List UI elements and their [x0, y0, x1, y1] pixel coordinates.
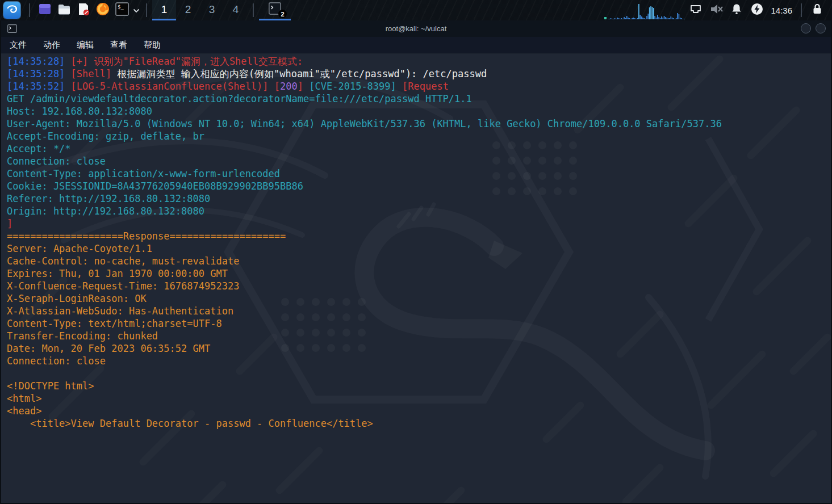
- text-editor-launcher[interactable]: [74, 0, 93, 20]
- windows-icon: [37, 2, 52, 19]
- workspace-3[interactable]: 3: [200, 0, 224, 20]
- menu-item-4[interactable]: 帮助: [144, 40, 161, 51]
- terminal-viewport[interactable]: [14:35:28] [+] 识别为"FileRead"漏洞，进入Shell交互…: [1, 53, 831, 503]
- terminal-line: Cookie: JSESSIONID=8A43776205940EB08B929…: [7, 180, 831, 192]
- terminal-line: [14:35:28] [+] 识别为"FileRead"漏洞，进入Shell交互…: [7, 55, 831, 68]
- power-manager-indicator[interactable]: [747, 0, 767, 20]
- panel-separator: [146, 3, 147, 17]
- graph-bars: [608, 4, 685, 19]
- terminal-line: ]: [7, 217, 831, 230]
- firefox-icon: [95, 2, 110, 19]
- terminal-line: Host: 192.168.80.132:8080: [7, 105, 831, 117]
- menu-item-2[interactable]: 编辑: [77, 40, 94, 51]
- firefox-launcher[interactable]: [93, 0, 112, 20]
- terminal-line: [14:35:28] [Shell] 根据漏洞类型 输入相应的内容(例如"who…: [7, 68, 831, 80]
- window-count-badge: 2: [278, 10, 287, 18]
- terminal-line: X-Atlassian-WebSudo: Has-Authentication: [7, 305, 831, 317]
- system-graph[interactable]: [603, 1, 685, 20]
- terminal-line: Origin: http://192.168.80.132:8080: [7, 205, 831, 217]
- terminal-icon: $_: [115, 2, 129, 19]
- terminal-line: <title>View Default Decorator - passwd -…: [7, 417, 831, 430]
- terminal-line: User-Agent: Mozilla/5.0 (Windows NT 10.0…: [7, 117, 831, 130]
- terminal-prompt-glyph: $_: [118, 4, 124, 10]
- workspace-2[interactable]: 2: [176, 0, 200, 20]
- document-icon: [76, 2, 91, 19]
- top-panel: $_ 1234 2: [0, 0, 832, 20]
- windows-launcher[interactable]: [35, 0, 55, 20]
- terminal-launcher[interactable]: $_: [112, 0, 132, 20]
- lock-screen-button[interactable]: [807, 0, 827, 20]
- bell-icon: [730, 2, 743, 18]
- folder-icon: [57, 2, 72, 19]
- window-terminal-icon: [7, 24, 17, 35]
- desktop: $_ 1234 2: [0, 0, 832, 504]
- terminal-line: Referer: http://192.168.80.132:8080: [7, 192, 831, 205]
- panel-separator: [29, 3, 30, 17]
- menu-item-1[interactable]: 动作: [43, 40, 60, 51]
- terminal-line: <!DOCTYPE html>: [7, 380, 831, 392]
- open-terminal-window-button[interactable]: 2: [259, 0, 291, 20]
- title-bar[interactable]: root@kali: ~/vulcat: [1, 20, 831, 37]
- file-manager-launcher[interactable]: [55, 0, 74, 20]
- workspace-4[interactable]: 4: [224, 0, 248, 20]
- menu-item-3[interactable]: 查看: [110, 40, 127, 51]
- terminal-line: Content-Type: text/html;charset=UTF-8: [7, 317, 831, 330]
- window-title: root@kali: ~/vulcat: [1, 24, 831, 33]
- terminal-line: Date: Mon, 20 Feb 2023 06:35:52 GMT: [7, 342, 831, 355]
- network-indicator[interactable]: [685, 0, 706, 20]
- lock-icon: [810, 2, 824, 18]
- terminal-line: Server: Apache-Coyote/1.1: [7, 242, 831, 255]
- terminal-line: X-Seraph-LoginReason: OK: [7, 292, 831, 305]
- panel-separator: [801, 3, 802, 17]
- power-icon: [750, 2, 764, 18]
- audio-muted-icon: [709, 2, 724, 19]
- launcher-dropdown[interactable]: [132, 0, 141, 20]
- terminal-line: <head>: [7, 405, 831, 417]
- terminal-line: X-Confluence-Request-Time: 1676874952323: [7, 280, 831, 292]
- workspace-1[interactable]: 1: [152, 0, 176, 20]
- kali-dragon-icon: [6, 3, 18, 18]
- maximize-button[interactable]: [801, 23, 811, 33]
- terminal-line: GET /admin/viewdefaultdecorator.action?d…: [7, 93, 831, 105]
- terminal-line: Connection: close: [7, 155, 831, 167]
- workspace-switcher: 1234: [152, 0, 248, 20]
- terminal-line: Accept-Encoding: gzip, deflate, br: [7, 130, 831, 142]
- terminal-line: [7, 367, 831, 380]
- terminal-window: root@kali: ~/vulcat 文件动作编辑查看帮助: [0, 20, 832, 504]
- terminal-line: Transfer-Encoding: chunked: [7, 330, 831, 342]
- clock[interactable]: 14:36: [771, 6, 792, 15]
- notifications-indicator[interactable]: [726, 0, 747, 20]
- terminal-line: Expires: Thu, 01 Jan 1970 00:00:00 GMT: [7, 267, 831, 280]
- terminal-line: Connection: close: [7, 355, 831, 367]
- terminal-line: Content-Type: application/x-www-form-url…: [7, 167, 831, 180]
- terminal-line: Accept: */*: [7, 142, 831, 155]
- chevron-down-icon: [133, 5, 140, 15]
- close-button[interactable]: [816, 23, 826, 33]
- menu-item-0[interactable]: 文件: [10, 40, 27, 51]
- menu-bar: 文件动作编辑查看帮助: [1, 37, 831, 53]
- audio-indicator[interactable]: [706, 0, 726, 20]
- network-icon: [689, 2, 703, 18]
- kali-menu-button[interactable]: [3, 2, 20, 19]
- terminal-line: [14:35:52] [LOG-5-AtlassianConfluence(Sh…: [7, 80, 831, 93]
- terminal-line: ====================Response============…: [7, 230, 831, 242]
- terminal-output: [14:35:28] [+] 识别为"FileRead"漏洞，进入Shell交互…: [1, 53, 831, 503]
- panel-separator: [253, 3, 254, 17]
- terminal-line: Cache-Control: no-cache, must-revalidate: [7, 255, 831, 267]
- terminal-line: <html>: [7, 392, 831, 405]
